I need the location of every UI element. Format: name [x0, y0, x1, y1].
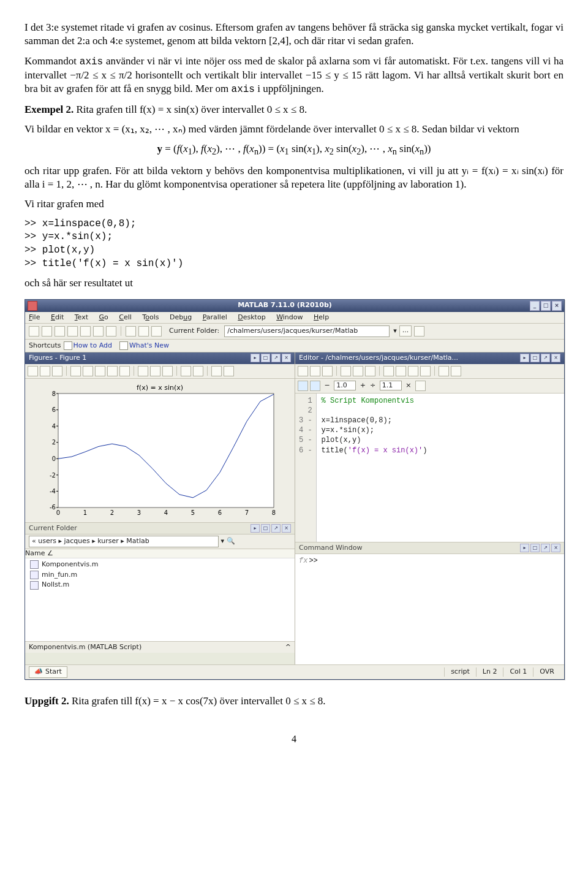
datatip-icon[interactable] — [138, 366, 148, 376]
menu-file[interactable]: File — [29, 313, 40, 321]
panel-btn[interactable]: × — [551, 544, 560, 552]
folder-breadcrumb[interactable]: « users ▸ jacques ▸ kurser ▸ Matlab — [29, 536, 219, 547]
start-button[interactable]: 📣 Start — [29, 666, 67, 678]
current-folder-input[interactable]: /chalmers/users/jacques/kurser/Matlab — [224, 325, 390, 337]
editor-area[interactable]: 1 2 3 - 4 - 5 - 6 - % Script Komponentvi… — [295, 394, 564, 542]
menubar[interactable]: File Edit Text Go Cell Tools Debug Paral… — [25, 312, 564, 324]
cut-icon[interactable] — [55, 326, 65, 337]
zoom-in-icon[interactable] — [83, 366, 93, 376]
panel-btn[interactable]: ↗ — [541, 354, 550, 362]
name-column-header[interactable]: Name ∠ — [25, 549, 53, 557]
fx-icon[interactable]: fx — [299, 557, 307, 565]
tool-icon[interactable] — [451, 366, 461, 376]
code-word: axis — [80, 56, 103, 67]
pan-icon[interactable] — [107, 366, 118, 376]
open-icon[interactable] — [42, 326, 52, 337]
tool-icon[interactable] — [322, 366, 333, 376]
tool-icon[interactable] — [353, 366, 363, 376]
undo-icon[interactable] — [93, 326, 104, 337]
panel-btn[interactable]: □ — [530, 354, 540, 362]
file-row[interactable]: min_fun.m — [25, 570, 295, 580]
panel-btn[interactable]: × — [551, 354, 560, 362]
folder-header[interactable]: Name ∠ — [25, 549, 295, 559]
toggle-icon[interactable] — [211, 366, 222, 376]
panel-btn[interactable]: ↗ — [271, 354, 281, 362]
cell-prev-icon[interactable] — [298, 381, 308, 391]
svg-text:2: 2 — [110, 509, 114, 516]
browse-button[interactable]: ... — [399, 325, 412, 337]
close-button[interactable]: × — [552, 301, 562, 311]
figures-panel-title: Figures - Figure 1 ▸ □ ↗ × — [25, 352, 295, 364]
panel-btn[interactable]: ▸ — [520, 544, 529, 552]
menu-cell[interactable]: Cell — [119, 313, 132, 321]
panel-btn[interactable]: □ — [530, 544, 540, 552]
copy-icon[interactable] — [67, 326, 78, 337]
pointer-icon[interactable] — [70, 366, 81, 376]
shortcuts-toolbar: Shortcuts How to Add What's New — [25, 340, 564, 353]
editor-code[interactable]: % Script Komponentvis x=linspace(0,8); y… — [317, 394, 432, 542]
shortcut-whats-new[interactable]: What's New — [119, 341, 169, 351]
menu-go[interactable]: Go — [99, 313, 108, 321]
menu-debug[interactable]: Debug — [170, 313, 192, 321]
panel-btn[interactable]: □ — [261, 524, 270, 533]
status-col: Col 1 — [503, 668, 533, 677]
panel-btn[interactable]: ▸ — [251, 354, 260, 362]
file-row[interactable]: Komponentvis.m — [25, 560, 295, 570]
new-icon[interactable] — [29, 326, 39, 337]
command-window[interactable]: fx>> — [295, 554, 564, 664]
tool-icon[interactable] — [439, 366, 449, 376]
menu-desktop[interactable]: Desktop — [238, 313, 265, 321]
paragraph-6: och så här ser resultatet ut — [24, 276, 564, 290]
increment-input-2[interactable]: 1.1 — [380, 381, 402, 391]
panel-btn[interactable]: ▸ — [520, 354, 529, 362]
uppgift-label: Uppgift 2. — [24, 695, 69, 707]
tool-icon[interactable] — [138, 326, 149, 337]
file-row[interactable]: Nollst.m — [25, 580, 295, 590]
run-icon[interactable] — [365, 366, 375, 376]
plot-title: f(x) = x sin(x) — [137, 384, 183, 392]
folder-up-icon[interactable] — [414, 326, 424, 337]
legend-icon[interactable] — [193, 366, 203, 376]
rotate-icon[interactable] — [119, 366, 130, 376]
redo-icon[interactable] — [106, 326, 116, 337]
panel-btn[interactable]: × — [282, 354, 291, 362]
panel-btn[interactable]: □ — [261, 354, 270, 362]
tool-icon[interactable] — [341, 366, 351, 376]
cell-next-icon[interactable] — [310, 381, 320, 391]
tool-icon[interactable] — [28, 366, 38, 376]
save-icon[interactable] — [40, 366, 50, 376]
print-icon[interactable] — [52, 366, 62, 376]
tool-icon[interactable] — [310, 366, 320, 376]
minimize-button[interactable]: _ — [530, 301, 540, 311]
colorbar-icon[interactable] — [181, 366, 191, 376]
tool-icon[interactable] — [408, 366, 418, 376]
menu-parallel[interactable]: Parallel — [203, 313, 227, 321]
panel-btn[interactable]: ↗ — [271, 524, 281, 533]
svg-text:3: 3 — [137, 509, 141, 516]
zoom-out-icon[interactable] — [95, 366, 105, 376]
increment-input-1[interactable]: 1.0 — [334, 381, 356, 391]
tool-icon[interactable] — [126, 326, 136, 337]
help-icon[interactable] — [151, 326, 162, 337]
menu-window[interactable]: Window — [276, 313, 303, 321]
tool-icon[interactable] — [383, 366, 394, 376]
panel-btn[interactable]: ↗ — [541, 544, 550, 552]
editor-panel-title: Editor - /chalmers/users/jacques/kurser/… — [295, 352, 564, 364]
toggle-icon[interactable] — [224, 366, 234, 376]
panel-btn[interactable]: × — [282, 524, 291, 533]
tool-icon[interactable] — [420, 366, 431, 376]
brush-icon[interactable] — [150, 366, 160, 376]
maximize-button[interactable]: □ — [541, 301, 551, 311]
menu-text[interactable]: Text — [75, 313, 88, 321]
tool-icon[interactable] — [415, 381, 426, 391]
panel-btn[interactable]: ▸ — [251, 524, 260, 533]
menu-help[interactable]: Help — [314, 313, 329, 321]
link-icon[interactable] — [162, 366, 173, 376]
paragraph-3: Vi bildar en vektor x = (x₁, x₂, ⋯ , xₙ)… — [24, 123, 564, 136]
tool-icon[interactable] — [298, 366, 308, 376]
menu-edit[interactable]: Edit — [51, 313, 64, 321]
menu-tools[interactable]: Tools — [142, 313, 159, 321]
tool-icon[interactable] — [396, 366, 406, 376]
shortcut-how-to-add[interactable]: How to Add — [64, 341, 112, 351]
paste-icon[interactable] — [80, 326, 91, 337]
